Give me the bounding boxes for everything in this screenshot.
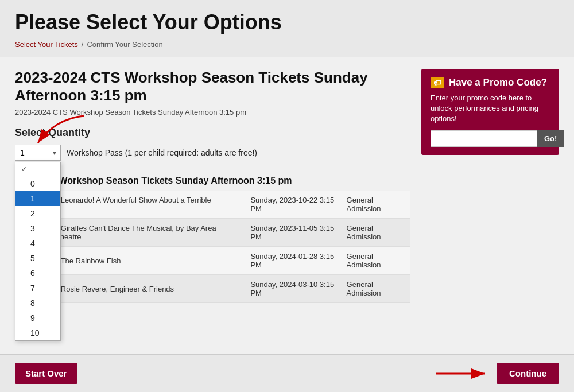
continue-arrow-icon xyxy=(433,366,491,382)
main-content: 2023-2024 CTS Workshop Season Tickets Su… xyxy=(0,57,574,315)
breadcrumb-separator: / xyxy=(82,40,84,49)
checkmark-icon: ✓ xyxy=(21,165,28,173)
dropdown-item-7[interactable]: 7 xyxy=(15,281,60,296)
cell-date: Sunday, 2024-03-10 3:15 PM xyxy=(245,275,340,303)
quantity-select[interactable]: 012345678910 xyxy=(15,145,61,161)
event-subtitle: 2023-2024 CTS Workshop Season Tickets Su… xyxy=(15,108,410,117)
performances-table: Workshop - Leonardo! A Wonderful Show Ab… xyxy=(15,191,410,303)
bottom-bar: Start Over Continue xyxy=(0,354,574,392)
dropdown-item-1[interactable]: 1 xyxy=(15,191,60,206)
promo-title: 🏷 Have a Promo Code? xyxy=(430,77,550,88)
cell-date: Sunday, 2024-01-28 3:15 PM xyxy=(245,247,340,275)
promo-code-input[interactable] xyxy=(430,130,537,147)
breadcrumb: Select Your Tickets / Confirm Your Selec… xyxy=(15,40,559,49)
breadcrumb-step1[interactable]: Select Your Tickets xyxy=(15,40,78,49)
promo-input-row: Go! xyxy=(430,130,550,147)
dropdown-item-8[interactable]: 8 xyxy=(15,296,60,311)
table-row: Workshop - Leonardo! A Wonderful Show Ab… xyxy=(15,191,410,219)
table-row: Workshop - Rosie Revere, Engineer & Frie… xyxy=(15,275,410,303)
continue-area: Continue xyxy=(433,363,559,384)
right-panel: 🏷 Have a Promo Code? Enter your promo co… xyxy=(421,69,559,303)
cell-type: General Admission xyxy=(341,191,410,219)
table-row: Workshop - The Rainbow FishSunday, 2024-… xyxy=(15,247,410,275)
quantity-dropdown[interactable]: ✓ 0 1 2 xyxy=(15,162,61,341)
quantity-row: 012345678910 ▼ ✓ 0 1 xyxy=(15,145,410,161)
cell-type: General Admission xyxy=(341,275,410,303)
promo-go-button[interactable]: Go! xyxy=(537,130,564,147)
breadcrumb-step2: Confirm Your Selection xyxy=(87,40,162,49)
ticket-type-label: Workshop Pass (1 per child required: adu… xyxy=(67,148,257,157)
dropdown-item-6[interactable]: 6 xyxy=(15,266,60,281)
start-over-button[interactable]: Start Over xyxy=(15,363,77,384)
page-wrapper: Please Select Your Options Select Your T… xyxy=(0,0,574,392)
tag-icon: 🏷 xyxy=(430,77,444,88)
header-section: Please Select Your Options Select Your T… xyxy=(0,0,574,57)
left-panel: 2023-2024 CTS Workshop Season Tickets Su… xyxy=(15,69,410,303)
dropdown-item-10[interactable]: 10 xyxy=(15,325,60,340)
dropdown-item-3[interactable]: 3 xyxy=(15,221,60,236)
cell-type: General Admission xyxy=(341,247,410,275)
select-quantity-label: Select Quantity xyxy=(15,127,410,139)
cell-date: Sunday, 2023-10-22 3:15 PM xyxy=(245,191,340,219)
dropdown-item-0[interactable]: 0 xyxy=(15,176,60,191)
dropdown-item-4[interactable]: 4 xyxy=(15,236,60,251)
dropdown-item-2[interactable]: 2 xyxy=(15,206,60,221)
cell-type: General Admission xyxy=(341,219,410,247)
season-section: 2024 CTS Workshop Season Tickets Sunday … xyxy=(15,170,410,303)
continue-button[interactable]: Continue xyxy=(497,363,559,384)
promo-description: Enter your promo code here to unlock per… xyxy=(430,93,550,125)
table-row: Workshop - Giraffes Can't Dance The Musi… xyxy=(15,219,410,247)
qty-select-wrapper[interactable]: 012345678910 ▼ ✓ 0 1 xyxy=(15,145,61,161)
dropdown-item-check[interactable]: ✓ xyxy=(15,162,60,176)
season-header: 2024 CTS Workshop Season Tickets Sunday … xyxy=(15,170,410,191)
event-title: 2023-2024 CTS Workshop Season Tickets Su… xyxy=(15,69,410,104)
dropdown-item-5[interactable]: 5 xyxy=(15,251,60,266)
page-title: Please Select Your Options xyxy=(15,10,559,34)
promo-box: 🏷 Have a Promo Code? Enter your promo co… xyxy=(421,69,559,155)
dropdown-item-9[interactable]: 9 xyxy=(15,311,60,325)
cell-date: Sunday, 2023-11-05 3:15 PM xyxy=(245,219,340,247)
